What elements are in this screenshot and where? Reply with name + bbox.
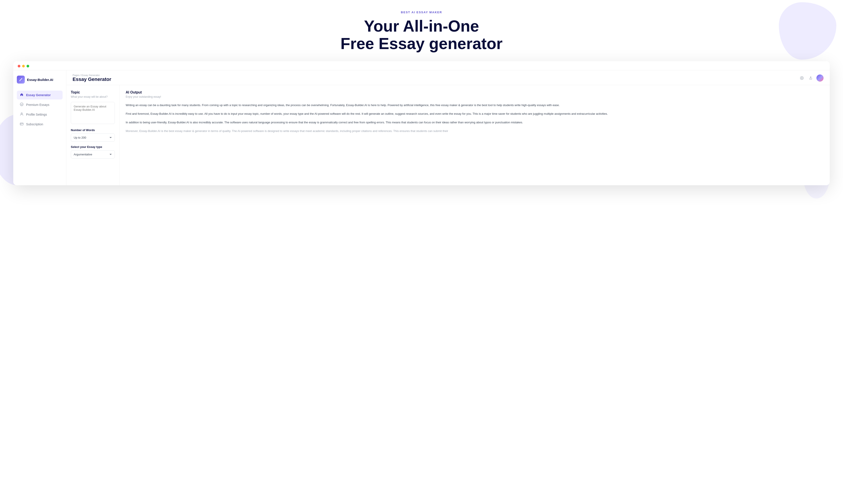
svg-point-3 [21,113,22,114]
dot-green[interactable] [27,65,29,68]
profile-icon [19,112,24,117]
output-para-2: First and foremost, Essay-Builder.AI is … [126,111,824,116]
topic-label: Topic [71,90,115,94]
essay-type-select[interactable]: Argumentative Descriptive Expository Nar… [71,150,115,159]
sidebar-item-profile-label: Profile Settings [26,113,47,116]
right-panel: AI Output Enjoy your outstanding essay! … [119,85,830,185]
avatar-image [816,74,824,82]
top-bar-actions [799,74,824,82]
logo-text: Essay-Builder.AI [27,78,53,82]
app-layout: Essay-Builder.AI Essay Generator [13,70,830,185]
sidebar: Essay-Builder.AI Essay Generator [13,70,66,185]
sidebar-item-essay-label: Essay Generator [26,93,51,97]
main-content: Pages / Essay Generator Essay Generator [66,70,830,185]
type-label: Select your Essay type [71,145,115,148]
words-select[interactable]: Up to 200 Up to 500 Up to 1000 Up to 200… [71,133,115,142]
settings-icon[interactable] [799,75,805,81]
sidebar-item-premium-label: Premium Essays [26,103,49,107]
home-icon [19,93,24,97]
sidebar-logo: Essay-Builder.AI [17,76,63,84]
output-para-4: Moreover, Essay-Builder.AI is the best e… [126,129,824,134]
output-para-3: In addition to being user-friendly, Essa… [126,120,824,125]
premium-icon [19,103,24,107]
sidebar-item-subscription-label: Subscription [26,123,43,126]
output-para-1: Writing an essay can be a daunting task … [126,103,824,108]
svg-point-1 [21,104,21,104]
svg-rect-4 [20,123,23,125]
logo-icon [17,76,25,84]
subscription-icon [19,122,24,126]
words-label: Number of Words [71,128,115,132]
left-panel: Topic What your essay will be about? Num… [66,85,119,185]
svg-point-7 [802,77,803,79]
sidebar-item-premium-essays[interactable]: Premium Essays [17,100,63,109]
hero-title: Your All-in-One Free Essay generator [333,17,510,52]
avatar[interactable] [816,74,824,82]
output-title: AI Output [126,90,824,94]
topic-input[interactable] [71,102,115,124]
sidebar-item-essay-generator[interactable]: Essay Generator [17,91,63,100]
sidebar-item-subscription[interactable]: Subscription [17,120,63,129]
svg-point-0 [20,103,23,106]
top-bar: Pages / Essay Generator Essay Generator [66,70,830,85]
app-window: Essay-Builder.AI Essay Generator [13,61,830,185]
svg-point-2 [22,104,22,104]
svg-rect-5 [21,124,21,125]
content-area: Topic What your essay will be about? Num… [66,85,830,185]
topic-sublabel: What your essay will be about? [71,95,115,98]
page-title: Essay Generator [73,76,111,82]
breadcrumb: Pages / Essay Generator [73,74,111,76]
hero-section: BEST AI ESSAY MAKER Your All-in-One Free… [0,0,843,52]
output-sublabel: Enjoy your outstanding essay! [126,95,824,98]
page-wrapper: BEST AI ESSAY MAKER Your All-in-One Free… [0,0,843,198]
dot-yellow[interactable] [22,65,25,68]
window-chrome [13,61,830,70]
sidebar-item-profile-settings[interactable]: Profile Settings [17,110,63,119]
export-icon[interactable] [808,75,814,81]
output-text: Writing an essay can be a daunting task … [126,103,824,133]
top-bar-left: Pages / Essay Generator Essay Generator [73,74,111,82]
svg-point-6 [800,76,803,79]
hero-badge: BEST AI ESSAY MAKER [4,11,839,14]
dot-red[interactable] [18,65,20,68]
